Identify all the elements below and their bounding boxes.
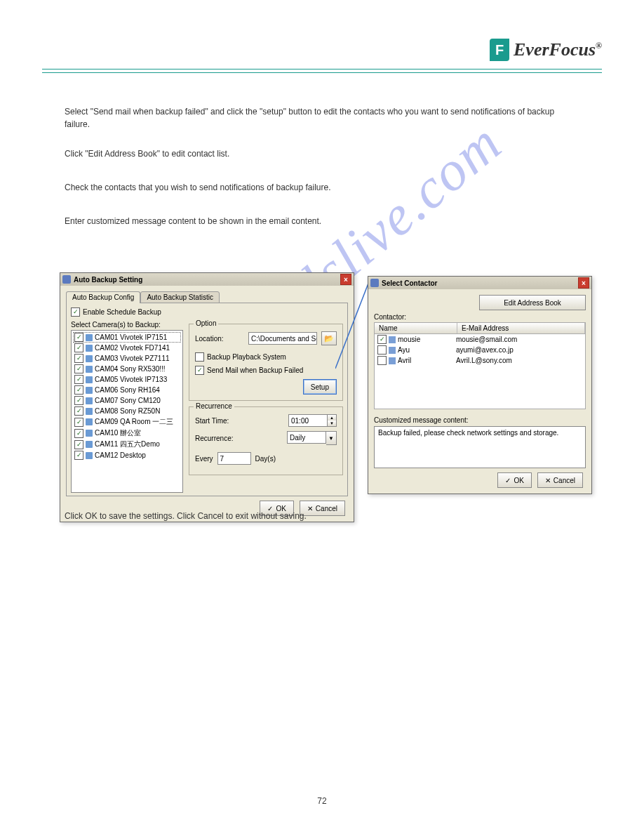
location-label: Location:: [195, 335, 244, 343]
camera-checkbox[interactable]: [74, 418, 83, 427]
table-header: Name E-Mail Address: [374, 322, 586, 334]
message-textarea[interactable]: Backup failed, please check network sett…: [374, 426, 586, 468]
browse-button[interactable]: 📂: [321, 331, 337, 345]
enable-schedule-label: Enable Schedule Backup: [83, 308, 161, 316]
camera-label: CAM05 Vivotek IP7133: [95, 376, 167, 383]
col-email[interactable]: E-Mail Address: [457, 323, 585, 333]
contactor-name: Ayu: [398, 346, 454, 354]
contactor-checkbox[interactable]: [377, 345, 387, 355]
send-mail-checkbox[interactable]: [195, 366, 204, 375]
edit-address-book-button[interactable]: Edit Address Book: [479, 295, 586, 310]
recurrence-group-title: Recurrence: [194, 402, 234, 410]
setup-button[interactable]: Setup: [303, 379, 337, 395]
camera-icon: [86, 345, 93, 352]
close-button[interactable]: ×: [578, 277, 589, 289]
camera-checkbox[interactable]: [74, 451, 83, 460]
camera-label: CAM11 四五六Demo: [95, 439, 160, 449]
camera-label: CAM10 辦公室: [95, 428, 141, 438]
camera-row[interactable]: CAM05 Vivotek IP7133: [73, 374, 181, 385]
window-icon: [370, 279, 379, 287]
camera-checkbox[interactable]: [74, 354, 83, 363]
message-label: Customized message content:: [374, 416, 586, 424]
cancel-button[interactable]: ✕ Cancel: [537, 472, 583, 488]
camera-checkbox[interactable]: [74, 333, 83, 342]
camera-list-label: Select Camera(s) to Backup:: [71, 321, 183, 329]
camera-row[interactable]: CAM11 四五六Demo: [73, 439, 181, 450]
every-input[interactable]: 7: [217, 452, 251, 465]
paragraph-3: Check the contacts that you wish to send…: [65, 181, 579, 194]
paragraph-2: Click "Edit Address Book" to edit contac…: [65, 147, 579, 160]
close-icon: ✕: [545, 477, 551, 484]
start-time-input[interactable]: 01:00: [288, 414, 328, 427]
camera-checkbox[interactable]: [74, 440, 83, 449]
contactor-email: Avril.L@sony.com: [456, 357, 512, 364]
camera-icon: [86, 441, 93, 448]
camera-icon: [86, 366, 93, 373]
contactor-label: Contactor:: [374, 313, 586, 321]
camera-icon: [86, 408, 93, 415]
recurrence-select[interactable]: Daily: [287, 431, 326, 444]
enable-schedule-checkbox[interactable]: [71, 307, 80, 317]
camera-row[interactable]: CAM03 Vivotek PZ7111: [73, 353, 181, 364]
brand-text: EverFocus®: [514, 39, 602, 60]
camera-checkbox[interactable]: [74, 375, 83, 384]
check-icon: ✓: [505, 477, 511, 484]
auto-backup-window: Auto Backup Setting × Auto Backup Config…: [60, 272, 354, 522]
camera-row[interactable]: CAM06 Sony RH164: [73, 385, 181, 395]
close-button[interactable]: ×: [340, 274, 351, 285]
col-name[interactable]: Name: [375, 323, 457, 333]
logo-mark-icon: F: [490, 39, 509, 61]
camera-checkbox[interactable]: [74, 396, 83, 405]
camera-icon: [86, 376, 93, 383]
tab-statistic[interactable]: Auto Backup Statistic: [140, 291, 220, 303]
camera-label: CAM12 Desktop: [95, 451, 146, 459]
camera-row[interactable]: CAM12 Desktop: [73, 450, 181, 461]
camera-icon: [86, 418, 93, 425]
contactor-email: mousie@smail.com: [456, 336, 517, 343]
start-time-spinner[interactable]: ▲▼: [328, 414, 337, 427]
header-divider: [42, 69, 602, 73]
location-input[interactable]: C:\Documents and Se: [248, 332, 317, 345]
camera-row[interactable]: CAM07 Sony CM120: [73, 395, 181, 406]
camera-label: CAM09 QA Room 一二三: [95, 417, 173, 427]
recurrence-dropdown-button[interactable]: ▼: [326, 431, 337, 445]
camera-row[interactable]: CAM09 QA Room 一二三: [73, 416, 181, 428]
contactor-name: Avril: [398, 357, 454, 364]
camera-checkbox[interactable]: [74, 429, 83, 438]
camera-checkbox[interactable]: [74, 364, 83, 373]
ok-button[interactable]: ✓ OK: [497, 472, 531, 488]
table-row[interactable]: mousiemousie@smail.com: [375, 334, 585, 345]
select-contactor-window: Select Contactor × Edit Address Book Con…: [368, 276, 592, 494]
camera-row[interactable]: CAM01 Vivotek IP7151: [73, 332, 181, 343]
paragraph-4: Enter customized message content to be s…: [65, 215, 579, 227]
table-row[interactable]: AvrilAvril.L@sony.com: [375, 355, 585, 366]
camera-icon: [86, 397, 93, 404]
start-time-label: Start Time:: [195, 417, 244, 425]
camera-checkbox[interactable]: [74, 343, 83, 352]
camera-row[interactable]: CAM08 Sony RZ50N: [73, 406, 181, 416]
brand-logo: F EverFocus®: [490, 39, 602, 61]
backup-playback-checkbox[interactable]: [195, 352, 204, 362]
paragraph-1: Select "Send mail when backup failed" an…: [65, 105, 579, 131]
camera-icon: [86, 452, 93, 459]
contact-icon: [389, 347, 396, 354]
camera-checkbox[interactable]: [74, 406, 83, 416]
window-icon: [62, 275, 71, 284]
camera-label: CAM03 Vivotek PZ7111: [95, 355, 170, 362]
camera-icon: [86, 387, 93, 394]
window-title: Select Contactor: [382, 279, 575, 287]
camera-row[interactable]: CAM04 Sony RX530!!!: [73, 364, 181, 374]
camera-icon: [86, 355, 93, 362]
camera-row[interactable]: CAM10 辦公室: [73, 428, 181, 439]
camera-list[interactable]: CAM01 Vivotek IP7151CAM02 Vivotek FD7141…: [71, 330, 183, 493]
contactor-name: mousie: [398, 336, 454, 343]
camera-checkbox[interactable]: [74, 385, 83, 395]
tab-config[interactable]: Auto Backup Config: [66, 291, 140, 303]
backup-playback-label: Backup Playback System: [207, 353, 286, 361]
camera-row[interactable]: CAM02 Vivotek FD7141: [73, 343, 181, 353]
contactor-checkbox[interactable]: [377, 356, 387, 365]
camera-label: CAM08 Sony RZ50N: [95, 407, 160, 415]
window-title: Auto Backup Setting: [74, 276, 337, 284]
contactor-checkbox[interactable]: [377, 335, 387, 344]
table-row[interactable]: Ayuayumi@avex.co.jp: [375, 345, 585, 355]
